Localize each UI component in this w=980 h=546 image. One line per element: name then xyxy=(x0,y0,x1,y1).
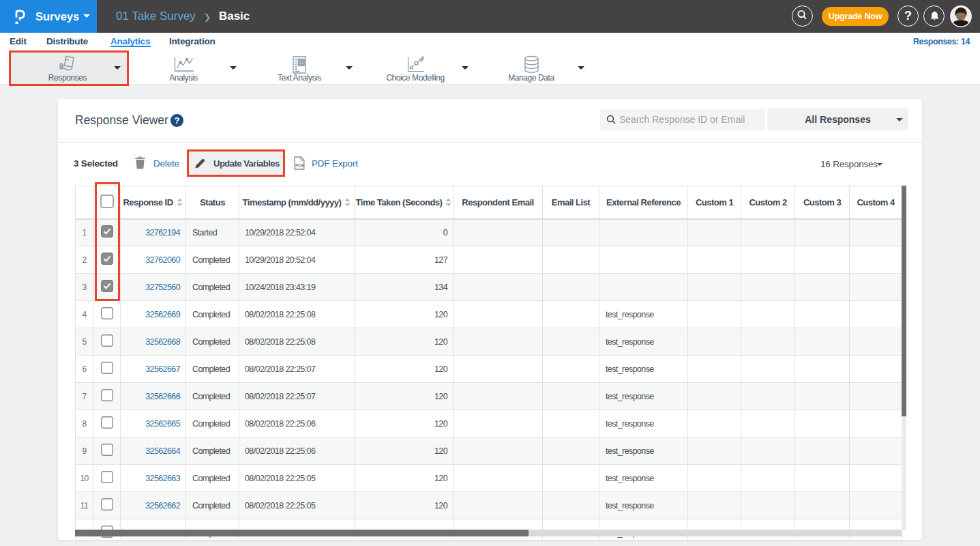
svg-text:PDF: PDF xyxy=(295,163,305,168)
